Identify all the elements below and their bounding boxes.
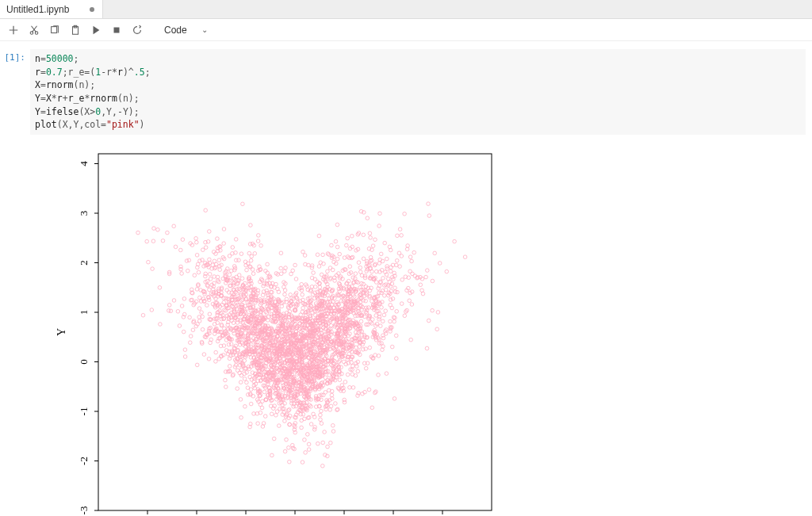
svg-point-1390: [259, 244, 263, 248]
code-editor[interactable]: n=50000; r=0.7;r_e=(1-r*r)^.5; X=rnorm(n…: [30, 49, 806, 135]
scatter-plot: -3-2-101234Y: [51, 146, 503, 516]
svg-point-1493: [463, 255, 467, 259]
svg-point-1569: [389, 269, 393, 273]
svg-point-3177: [381, 334, 385, 338]
tab-title: Untitled1.ipynb: [6, 4, 69, 15]
svg-point-2727: [223, 308, 227, 312]
svg-point-2476: [241, 202, 245, 206]
svg-point-68: [214, 360, 218, 364]
svg-point-1335: [395, 259, 399, 263]
svg-point-2538: [295, 296, 299, 300]
svg-point-2149: [304, 451, 308, 455]
svg-point-1452: [228, 273, 232, 277]
svg-point-1474: [390, 345, 394, 349]
svg-point-824: [393, 397, 396, 401]
svg-point-2313: [202, 353, 206, 357]
svg-point-2366: [180, 304, 184, 308]
svg-point-1031: [243, 377, 247, 381]
svg-point-2619: [303, 254, 307, 258]
svg-point-2106: [408, 299, 412, 303]
svg-point-1424: [245, 268, 249, 272]
svg-point-815: [367, 388, 371, 392]
svg-point-284: [283, 449, 287, 453]
svg-point-783: [183, 348, 187, 352]
svg-point-1162: [179, 267, 183, 271]
svg-point-2787: [187, 258, 191, 262]
svg-point-754: [270, 412, 274, 416]
paste-button[interactable]: [67, 21, 84, 39]
svg-point-2103: [357, 261, 361, 265]
svg-point-2692: [338, 373, 342, 376]
svg-point-608: [342, 360, 346, 364]
svg-text:3: 3: [78, 211, 90, 216]
svg-point-2486: [191, 328, 195, 332]
svg-point-3056: [201, 327, 205, 331]
svg-point-1648: [279, 266, 283, 270]
svg-point-1947: [335, 257, 339, 261]
svg-point-1517: [195, 363, 199, 367]
svg-point-2519: [245, 380, 249, 384]
svg-point-2926: [213, 259, 216, 263]
svg-point-1465: [371, 244, 375, 248]
svg-point-2287: [293, 263, 297, 267]
svg-point-414: [172, 299, 176, 303]
svg-point-3225: [373, 238, 377, 242]
svg-point-1158: [178, 324, 182, 328]
svg-point-1193: [251, 272, 255, 276]
svg-point-1328: [321, 441, 325, 445]
svg-point-2859: [197, 270, 201, 274]
svg-point-177: [359, 319, 363, 323]
svg-point-2966: [301, 306, 305, 310]
svg-point-725: [364, 299, 368, 303]
restart-button[interactable]: [128, 21, 146, 39]
svg-point-1166: [213, 275, 216, 279]
svg-point-2088: [445, 269, 449, 273]
svg-point-1457: [388, 245, 392, 249]
svg-point-1102: [400, 302, 404, 306]
svg-point-2531: [431, 308, 435, 312]
svg-point-2479: [317, 234, 321, 238]
svg-point-2893: [194, 237, 198, 241]
svg-point-319: [424, 275, 428, 279]
svg-point-1825: [354, 374, 358, 378]
svg-point-135: [435, 327, 439, 331]
svg-point-2404: [316, 441, 320, 445]
svg-point-1753: [374, 281, 378, 285]
svg-point-3213: [284, 266, 288, 270]
svg-point-2759: [419, 283, 423, 287]
svg-text:-2: -2: [78, 457, 90, 465]
copy-button[interactable]: [46, 21, 63, 39]
svg-point-276: [180, 272, 184, 276]
svg-point-3100: [231, 246, 235, 250]
svg-point-1647: [426, 269, 430, 273]
svg-point-1731: [179, 248, 183, 252]
cell-type-select[interactable]: Code ⌄: [159, 22, 213, 38]
svg-point-1957: [377, 354, 381, 358]
notebook-tab[interactable]: Untitled1.ipynb: [0, 0, 103, 18]
svg-point-1341: [389, 266, 393, 269]
svg-point-2284: [410, 259, 414, 263]
svg-point-2797: [275, 410, 279, 414]
svg-point-647: [328, 266, 332, 270]
svg-point-1581: [229, 342, 233, 346]
svg-point-898: [152, 227, 156, 231]
svg-point-750: [189, 341, 193, 345]
svg-point-483: [263, 415, 267, 419]
run-button[interactable]: [87, 21, 105, 39]
svg-point-1548: [346, 236, 350, 240]
svg-point-2850: [303, 438, 307, 442]
svg-point-1755: [279, 272, 283, 276]
svg-point-2025: [395, 357, 399, 361]
code-cell[interactable]: [1]: n=50000; r=0.7;r_e=(1-r*r)^.5; X=rn…: [3, 49, 806, 135]
interrupt-button[interactable]: [108, 21, 125, 39]
svg-point-2705: [232, 277, 236, 281]
insert-cell-button[interactable]: [5, 21, 22, 39]
svg-point-2504: [377, 373, 381, 377]
cut-button[interactable]: [25, 21, 43, 39]
svg-text:0: 0: [78, 359, 90, 365]
svg-point-2655: [189, 334, 193, 338]
svg-point-1173: [328, 277, 332, 281]
svg-point-2475: [373, 391, 377, 395]
svg-point-2689: [318, 285, 322, 289]
svg-point-205: [186, 269, 190, 273]
